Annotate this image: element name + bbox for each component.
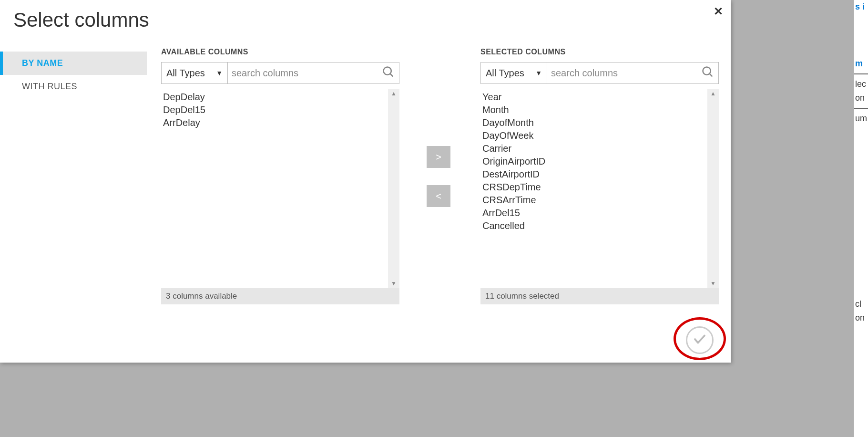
sidebar: BY NAMEWITH RULES [0, 52, 147, 98]
list-item[interactable]: ArrDel15 [481, 207, 707, 219]
selected-search-input[interactable] [551, 68, 701, 79]
selected-columns-panel: SELECTED COLUMNS All Types ▼ YearMonthDa… [480, 48, 719, 304]
available-list[interactable]: DepDelayDepDel15ArrDelay [161, 89, 388, 288]
list-item[interactable]: DepDel15 [162, 104, 388, 116]
list-item[interactable]: CRSDepTime [481, 181, 707, 194]
confirm-button[interactable] [686, 326, 714, 354]
list-item[interactable]: CRSArrTime [481, 194, 707, 207]
available-status: 3 columns available [161, 288, 399, 304]
bg-text: s i [854, 0, 868, 14]
bg-text: um [854, 112, 868, 125]
sidebar-item-with-rules[interactable]: WITH RULES [0, 75, 147, 98]
available-search-input[interactable] [232, 68, 382, 79]
scroll-up-icon[interactable]: ▲ [388, 89, 399, 98]
search-icon [701, 65, 715, 81]
list-item[interactable]: Carrier [481, 142, 707, 155]
selected-list[interactable]: YearMonthDayofMonthDayOfWeekCarrierOrigi… [480, 89, 707, 288]
bg-text: lec [854, 77, 868, 91]
available-search-wrap [228, 62, 399, 84]
svg-line-1 [390, 74, 393, 77]
type-filter-label: All Types [166, 68, 205, 79]
selected-scrollbar[interactable]: ▲ ▼ [707, 89, 719, 288]
dialog-title: Select columns [13, 9, 149, 31]
list-item[interactable]: OriginAirportID [481, 155, 707, 168]
scroll-down-icon[interactable]: ▼ [707, 279, 719, 288]
available-scrollbar[interactable]: ▲ ▼ [388, 89, 399, 288]
bg-text: on [854, 91, 868, 105]
check-icon [693, 332, 707, 348]
selected-type-filter[interactable]: All Types ▼ [480, 62, 547, 84]
bg-text: m [854, 57, 868, 71]
list-item[interactable]: Year [481, 91, 707, 104]
background-panel: s i m lec on um cl on [854, 0, 868, 437]
list-item[interactable]: Cancelled [481, 219, 707, 232]
chevron-down-icon: ▼ [216, 69, 223, 77]
svg-point-0 [384, 67, 391, 75]
list-item[interactable]: Month [481, 104, 707, 116]
available-heading: AVAILABLE COLUMNS [161, 48, 399, 56]
svg-point-2 [703, 67, 711, 75]
scroll-up-icon[interactable]: ▲ [707, 89, 719, 98]
selected-status: 11 columns selected [480, 288, 719, 304]
list-item[interactable]: DayOfWeek [481, 129, 707, 142]
chevron-down-icon: ▼ [535, 69, 542, 77]
scroll-down-icon[interactable]: ▼ [388, 279, 399, 288]
selected-search-wrap [547, 62, 719, 84]
svg-line-3 [710, 74, 713, 77]
close-button[interactable]: ✕ [714, 5, 723, 18]
list-item[interactable]: ArrDelay [162, 116, 388, 129]
type-filter-label: All Types [486, 68, 524, 79]
list-item[interactable]: DepDelay [162, 91, 388, 104]
list-item[interactable]: DestAirportID [481, 168, 707, 181]
select-columns-dialog: ✕ Select columns BY NAMEWITH RULES AVAIL… [0, 0, 731, 363]
sidebar-item-by-name[interactable]: BY NAME [0, 52, 147, 75]
move-buttons: > < [427, 146, 450, 207]
move-right-button[interactable]: > [427, 146, 450, 168]
bg-text: on [854, 311, 868, 325]
available-type-filter[interactable]: All Types ▼ [161, 62, 228, 84]
search-icon [382, 65, 395, 81]
list-item[interactable]: DayofMonth [481, 116, 707, 129]
available-columns-panel: AVAILABLE COLUMNS All Types ▼ DepDelayDe… [161, 48, 399, 304]
move-left-button[interactable]: < [427, 185, 450, 207]
selected-heading: SELECTED COLUMNS [480, 48, 719, 56]
bg-text: cl [854, 297, 868, 311]
